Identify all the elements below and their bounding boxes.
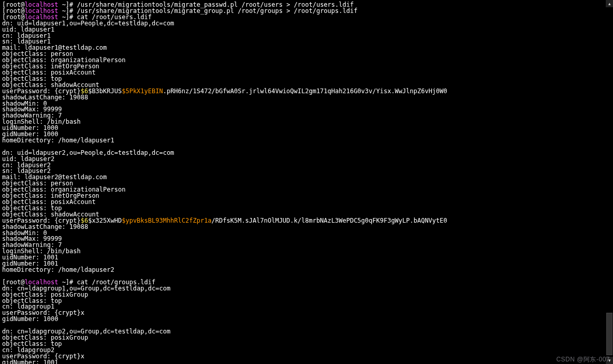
vertical-scrollbar[interactable]: ▴ ▾ <box>606 0 613 364</box>
chevron-down-icon: ▾ <box>608 358 611 363</box>
password-hash: /RDfsK5M.sJAl7nOlMJUD.k/l8mrbNAzL3WePDC5… <box>212 217 447 224</box>
scrollbar-thumb[interactable] <box>606 313 612 355</box>
ldif-line: homeDirectory: /home/ldapuser2 <box>2 266 114 273</box>
scroll-down-button[interactable]: ▾ <box>606 357 613 364</box>
password-salt-mid: $x325XwHD <box>88 217 122 224</box>
chevron-up-icon: ▴ <box>608 1 611 6</box>
password-salt-2: $5PkX1yEBIN <box>122 88 163 95</box>
password-hash: .pRH6nz/1S472/bGfwA0Sr.jrlwl64VwioQwIL2g… <box>163 88 447 95</box>
password-salt-2: $ypvBksBL93MhhRlC2fZpr1a <box>122 217 211 224</box>
scroll-up-button[interactable]: ▴ <box>606 0 613 7</box>
password-salt-mid: $B3bKRJUS <box>88 88 122 95</box>
ldif-line: homeDirectory: /home/ldapuser1 <box>2 137 114 144</box>
ldif-line: gidNumber: 1000 <box>2 315 58 323</box>
terminal-output[interactable]: [root@localhost ~]# /usr/share/migration… <box>0 0 606 364</box>
ldif-line: gidNumber: 1001 <box>2 359 58 364</box>
